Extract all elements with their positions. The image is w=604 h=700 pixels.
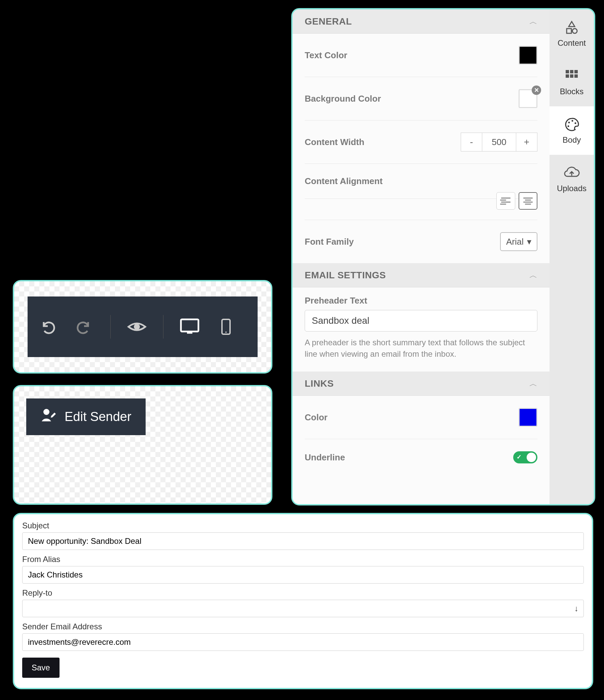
preheader-label: Preheader Text <box>305 296 537 306</box>
reply-to-select[interactable] <box>22 600 584 617</box>
tab-uploads[interactable]: Uploads <box>550 155 594 203</box>
bg-color-swatch[interactable]: ✕ <box>519 89 537 108</box>
reply-to-label: Reply-to <box>22 588 584 598</box>
svg-point-6 <box>568 122 570 124</box>
svg-rect-11 <box>181 319 199 331</box>
clear-color-icon[interactable]: ✕ <box>532 85 541 95</box>
svg-rect-2 <box>574 70 578 73</box>
svg-point-7 <box>572 120 573 122</box>
links-body: Color Underline <box>293 396 550 476</box>
svg-point-13 <box>225 331 227 333</box>
width-input[interactable] <box>482 132 516 151</box>
width-increment-button[interactable]: + <box>516 132 537 151</box>
links-header[interactable]: LINKS ︿ <box>293 372 550 396</box>
edit-sender-button[interactable]: Edit Sender <box>26 398 146 435</box>
chevron-up-icon: ︿ <box>529 270 537 281</box>
save-button[interactable]: Save <box>22 657 59 678</box>
svg-point-10 <box>134 324 140 330</box>
content-width-row: Content Width - + <box>305 121 537 164</box>
font-family-select[interactable]: Arial ▾ <box>500 232 537 251</box>
subject-label: Subject <box>22 521 584 530</box>
email-settings-body: Preheader Text A preheader is the short … <box>293 288 550 372</box>
sender-form-panel: Subject From Alias Reply-to Sender Email… <box>13 513 593 689</box>
bg-color-row: Background Color ✕ <box>305 77 537 121</box>
font-family-label: Font Family <box>305 236 354 247</box>
text-color-swatch[interactable] <box>519 46 537 65</box>
body-settings-panel: GENERAL ︿ Text Color Background Color ✕ … <box>291 8 595 505</box>
font-family-value: Arial <box>506 236 524 247</box>
preview-icon[interactable] <box>127 317 147 337</box>
cloud-upload-icon <box>563 165 580 181</box>
underline-row: Underline <box>305 439 537 476</box>
dropdown-caret-icon: ▾ <box>527 236 531 247</box>
content-width-label: Content Width <box>305 137 364 147</box>
align-center-button[interactable] <box>519 192 537 210</box>
align-buttons <box>496 192 537 210</box>
email-settings-header[interactable]: EMAIL SETTINGS ︿ <box>293 263 550 288</box>
sender-email-label: Sender Email Address <box>22 622 584 631</box>
divider <box>163 315 163 339</box>
toolbar-panel <box>13 280 272 374</box>
divider <box>110 315 111 339</box>
edit-sender-panel: Edit Sender <box>13 385 272 505</box>
svg-rect-0 <box>566 70 569 73</box>
preheader-help: A preheader is the short summary text th… <box>305 337 537 359</box>
editor-toolbar <box>28 297 258 357</box>
undo-icon[interactable] <box>38 317 58 337</box>
tab-body[interactable]: Body <box>550 106 594 155</box>
sender-email-input[interactable] <box>22 633 584 651</box>
font-family-row: Font Family Arial ▾ <box>305 220 537 263</box>
tab-content-label: Content <box>558 39 586 48</box>
underline-toggle[interactable] <box>513 451 537 464</box>
tab-body-label: Body <box>562 135 581 145</box>
tab-uploads-label: Uploads <box>557 184 586 193</box>
align-left-button[interactable] <box>496 192 515 210</box>
email-settings-title: EMAIL SETTINGS <box>305 270 386 281</box>
svg-point-14 <box>43 409 49 415</box>
svg-point-8 <box>575 123 576 124</box>
palette-icon <box>563 117 580 132</box>
text-color-row: Text Color <box>305 34 537 77</box>
chevron-up-icon: ︿ <box>529 378 537 389</box>
link-color-row: Color <box>305 396 537 439</box>
svg-rect-4 <box>570 74 573 78</box>
right-tabs: Content Blocks Body Uploads <box>550 9 594 504</box>
content-width-stepper: - + <box>461 132 537 151</box>
tab-content[interactable]: Content <box>550 9 594 58</box>
mobile-icon[interactable] <box>216 317 236 337</box>
user-edit-icon <box>41 408 56 426</box>
text-color-label: Text Color <box>305 50 347 60</box>
general-body: Text Color Background Color ✕ Content Wi… <box>293 34 550 263</box>
svg-rect-1 <box>570 70 573 73</box>
from-alias-input[interactable] <box>22 566 584 583</box>
redo-icon[interactable] <box>74 317 94 337</box>
link-color-label: Color <box>305 412 327 423</box>
underline-label: Underline <box>305 452 345 463</box>
width-decrement-button[interactable]: - <box>461 132 482 151</box>
settings-main: GENERAL ︿ Text Color Background Color ✕ … <box>293 9 550 504</box>
content-align-label: Content Alignment <box>305 176 383 186</box>
desktop-icon[interactable] <box>180 317 200 337</box>
shapes-icon <box>563 20 580 36</box>
edit-sender-label: Edit Sender <box>64 409 131 424</box>
chevron-up-icon: ︿ <box>529 16 537 27</box>
tab-blocks-label: Blocks <box>560 87 584 96</box>
general-title: GENERAL <box>305 16 352 27</box>
links-title: LINKS <box>305 378 334 389</box>
svg-rect-5 <box>574 74 578 78</box>
bg-color-label: Background Color <box>305 94 381 104</box>
subject-input[interactable] <box>22 532 584 550</box>
svg-point-9 <box>568 126 569 127</box>
general-header[interactable]: GENERAL ︿ <box>293 9 550 34</box>
link-color-swatch[interactable] <box>519 408 537 427</box>
svg-rect-3 <box>566 74 569 78</box>
from-alias-label: From Alias <box>22 555 584 564</box>
tab-blocks[interactable]: Blocks <box>550 58 594 106</box>
preheader-input[interactable] <box>305 310 537 331</box>
grid-icon <box>563 68 580 84</box>
reply-to-select-wrap <box>22 600 584 617</box>
